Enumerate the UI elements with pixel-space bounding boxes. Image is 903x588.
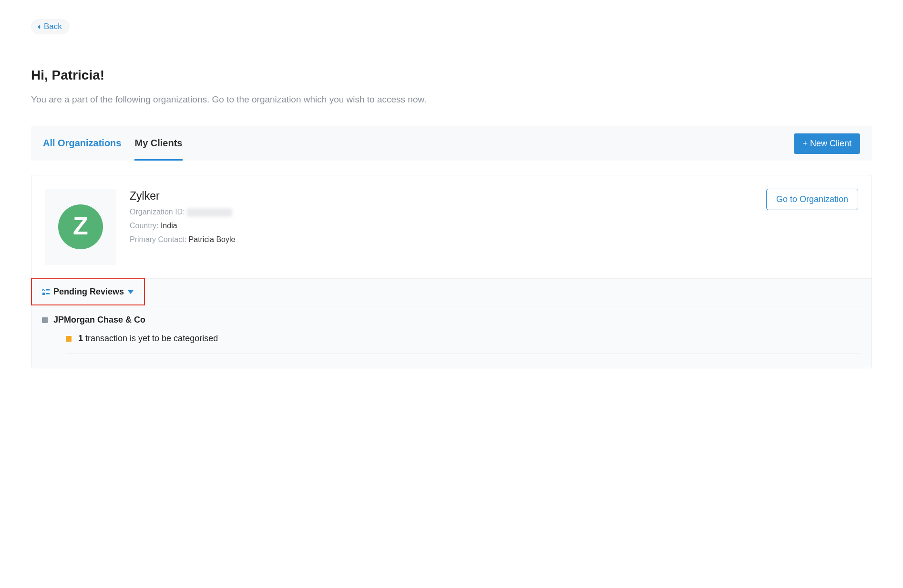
chevron-down-icon (128, 290, 133, 294)
organization-contact-label: Primary Contact: (130, 235, 186, 243)
pending-reviews-toggle[interactable]: Pending Reviews (31, 278, 145, 305)
back-button[interactable]: Back (31, 19, 70, 34)
pending-item-name: JPMorgan Chase & Co (53, 315, 145, 325)
subtitle-text: You are a part of the following organiza… (31, 94, 872, 105)
organization-contact-row: Primary Contact: Patricia Boyle (130, 233, 753, 247)
new-client-label: + New Client (802, 139, 852, 149)
pending-transaction-count: 1 (78, 334, 83, 343)
greeting-text: Hi, Patricia! (31, 68, 872, 83)
back-arrow-icon (37, 24, 41, 30)
tab-all-organizations[interactable]: All Organizations (43, 126, 121, 161)
organization-logo-container: Z (45, 189, 116, 265)
pending-transaction-row: 1 transaction is yet to be categorised (66, 334, 861, 354)
back-label: Back (44, 22, 62, 31)
organization-card: Z Zylker Organization ID: Country: India… (31, 175, 872, 368)
goto-organization-button[interactable]: Go to Organization (766, 189, 858, 210)
organization-info: Zylker Organization ID: Country: India P… (130, 189, 753, 246)
organization-id-redacted (187, 208, 232, 217)
svg-rect-3 (46, 293, 50, 294)
pending-review-item: JPMorgan Chase & Co (42, 315, 861, 325)
square-bullet-icon (42, 317, 48, 323)
organization-country-value: India (161, 222, 177, 230)
pending-reviews-section: Pending Reviews JPMorgan Chase & Co 1 tr… (31, 278, 872, 368)
svg-rect-2 (42, 293, 45, 295)
organization-header: Z Zylker Organization ID: Country: India… (31, 175, 872, 278)
organization-logo-letter: Z (73, 212, 88, 240)
organization-name: Zylker (130, 190, 753, 203)
pending-transaction-text: 1 transaction is yet to be categorised (78, 334, 218, 344)
organization-logo: Z (58, 204, 103, 249)
pending-transaction-suffix: transaction is yet to be categorised (83, 334, 218, 343)
tab-my-clients[interactable]: My Clients (134, 126, 182, 161)
checklist-icon (42, 289, 50, 295)
tabs-group: All Organizations My Clients (43, 126, 794, 161)
organization-country-label: Country: (130, 222, 158, 230)
tabs-bar: All Organizations My Clients + New Clien… (31, 126, 872, 161)
pending-reviews-title: Pending Reviews (53, 287, 124, 297)
organization-id-label: Organization ID: (130, 208, 185, 216)
organization-contact-value: Patricia Boyle (189, 235, 236, 243)
svg-rect-1 (46, 289, 50, 291)
organization-country-row: Country: India (130, 219, 753, 233)
organization-id-row: Organization ID: (130, 205, 753, 219)
pending-reviews-body: JPMorgan Chase & Co 1 transaction is yet… (31, 306, 872, 368)
square-bullet-orange-icon (66, 336, 72, 342)
new-client-button[interactable]: + New Client (794, 133, 860, 154)
